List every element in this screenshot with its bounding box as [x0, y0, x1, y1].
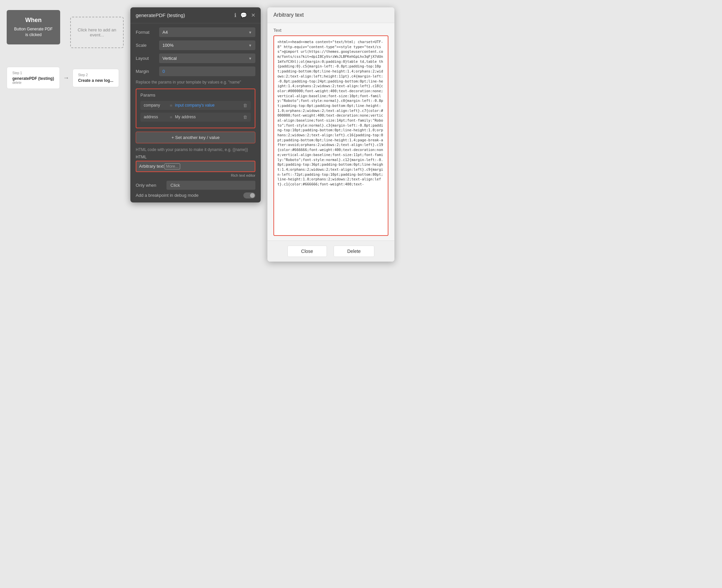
html-section: HTML code with your params to make it dy… [136, 147, 255, 177]
layout-value: Vertical [162, 56, 177, 61]
chat-icon[interactable]: 💬 [240, 12, 247, 18]
layout-select[interactable]: Vertical ▼ [159, 54, 255, 63]
param-row-1: company = input company's value 🗑 [140, 101, 251, 110]
when-title: When [10, 17, 57, 24]
breakpoint-row: Add a breakpoint in debug mode [136, 192, 255, 198]
close-icon[interactable]: ✕ [251, 12, 255, 18]
step-arrow: → [63, 75, 69, 82]
close-button[interactable]: Close [287, 246, 327, 257]
param1-delete-icon[interactable]: 🗑 [243, 103, 247, 108]
workflow-steps: Step 1 generatePDF (testing) delete → St… [7, 67, 119, 89]
info-icon[interactable]: ℹ [234, 12, 236, 18]
step1-name: generatePDF (testing) [13, 76, 54, 81]
only-when-row: Only when Click [136, 181, 255, 190]
rich-text-link[interactable]: Rich text editor [136, 173, 255, 177]
param-row-2: address = My address 🗑 [140, 112, 251, 122]
arbitrary-body: Text <html><head><meta content="text/htm… [267, 23, 394, 240]
scale-row: Scale 100% ▼ [136, 40, 255, 50]
param2-delete-icon[interactable]: 🗑 [243, 114, 247, 120]
scale-value: 100% [162, 43, 173, 48]
layout-chevron-icon: ▼ [248, 57, 252, 61]
param2-equals: = [170, 114, 172, 120]
margin-input[interactable]: 0 [159, 66, 255, 76]
params-title: Params [140, 92, 251, 98]
add-event-text: Click here to add an event... [78, 27, 116, 37]
only-when-label: Only when [136, 183, 162, 188]
step1-delete[interactable]: delete [13, 81, 54, 85]
scale-select[interactable]: 100% ▼ [159, 40, 255, 50]
format-chevron-icon: ▼ [248, 30, 252, 35]
add-key-button[interactable]: + Set another key / value [136, 132, 255, 143]
when-subtitle: Button Generate PDFis clicked [10, 26, 57, 38]
html-input-text: Arbitrary text [139, 164, 164, 169]
step1-label: Step 1 [13, 71, 54, 75]
html-input-more[interactable]: More... [164, 163, 180, 169]
modal-generate-pdf: generatePDF (testing) ℹ 💬 ✕ Format A4 ▼ … [130, 7, 261, 203]
layout-label: Layout [136, 56, 159, 61]
html-input-area[interactable]: Arbitrary text More... [136, 161, 255, 172]
param1-value[interactable]: input company's value [175, 103, 240, 108]
format-value: A4 [162, 30, 168, 35]
add-event-block[interactable]: Click here to add an event... [70, 17, 124, 48]
param1-equals: = [170, 103, 172, 108]
params-section: Params company = input company's value 🗑… [136, 88, 255, 128]
margin-label: Margin [136, 69, 159, 74]
format-row: Format A4 ▼ [136, 27, 255, 37]
param2-value[interactable]: My address [175, 114, 240, 119]
modal-arbitrary-text: Arbitrary text Text <html><head><meta co… [267, 7, 394, 261]
layout-row: Layout Vertical ▼ [136, 54, 255, 63]
breakpoint-label: Add a breakpoint in debug mode [136, 193, 199, 198]
param2-key: address [144, 114, 167, 119]
delete-button[interactable]: Delete [334, 246, 374, 257]
format-select[interactable]: A4 ▼ [159, 27, 255, 37]
html-label: HTML [136, 155, 255, 159]
param1-key: company [144, 103, 167, 108]
scale-label: Scale [136, 43, 159, 48]
scale-chevron-icon: ▼ [248, 43, 252, 47]
only-when-value[interactable]: Click [166, 181, 255, 190]
format-label: Format [136, 30, 159, 35]
margin-value: 0 [162, 69, 165, 74]
arbitrary-title: Arbitrary text [273, 12, 304, 18]
breakpoint-toggle[interactable] [243, 192, 255, 198]
step2-label: Step 2 [78, 73, 113, 77]
step2-block[interactable]: Step 2 Create a new log... [73, 69, 119, 87]
modal-header-icons: ℹ 💬 ✕ [234, 12, 255, 18]
helper-text: Replace the params in your template by v… [136, 80, 255, 85]
step1-block[interactable]: Step 1 generatePDF (testing) delete [7, 67, 60, 89]
arbitrary-footer: Close Delete [267, 240, 394, 261]
html-helper-text: HTML code with your params to make it dy… [136, 147, 255, 152]
arbitrary-text-value: <html><head><meta content="text/html; ch… [277, 40, 383, 186]
when-trigger-block: When Button Generate PDFis clicked [7, 10, 60, 44]
arbitrary-text-content[interactable]: <html><head><meta content="text/html; ch… [273, 36, 388, 236]
margin-row: Margin 0 [136, 66, 255, 76]
arbitrary-text-label: Text [273, 28, 388, 33]
arbitrary-header: Arbitrary text [267, 7, 394, 23]
modal-generate-title: generatePDF (testing) [136, 12, 185, 18]
modal-generate-header: generatePDF (testing) ℹ 💬 ✕ [130, 7, 261, 23]
modal-generate-body: Format A4 ▼ Scale 100% ▼ Layout Vertical… [130, 23, 261, 203]
step2-name: Create a new log... [78, 78, 113, 83]
